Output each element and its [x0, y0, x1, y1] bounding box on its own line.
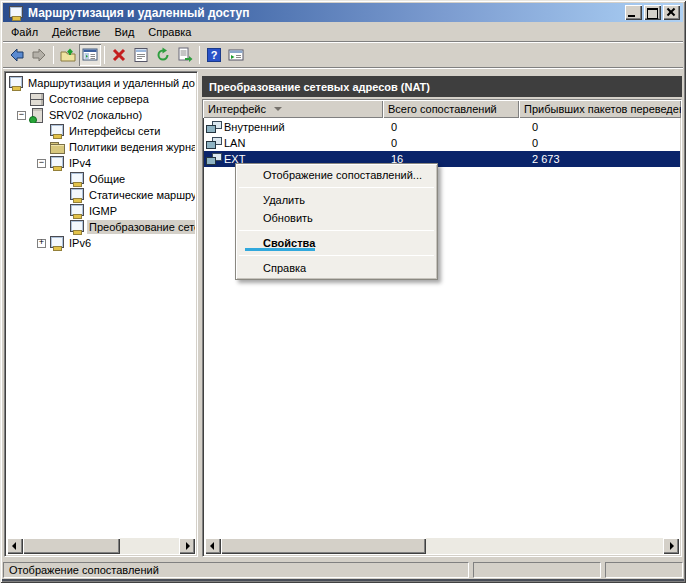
export-list-icon: [177, 47, 193, 63]
tree-item-general[interactable]: Общие: [7, 171, 195, 187]
status-cell-empty: [605, 562, 683, 578]
network-interface-icon: [206, 153, 221, 166]
tree-horizontal-scrollbar[interactable]: [7, 538, 195, 554]
tree-item-server-status[interactable]: Состояние сервера: [7, 91, 195, 107]
results-panel: Преобразование сетевых адресов (NAT) Инт…: [202, 71, 682, 557]
context-menu-item-show-mappings[interactable]: Отображение сопоставлений...: [237, 166, 436, 184]
toolbar: ?: [3, 43, 683, 68]
console-icon: [69, 188, 84, 202]
folder-icon: [49, 140, 64, 154]
titlebar: Маршрутизация и удаленный доступ: [3, 3, 683, 22]
scrollbar-track[interactable]: [221, 538, 663, 554]
console-icon: [69, 204, 84, 218]
list-item-lan[interactable]: LAN 0 0: [204, 135, 680, 151]
toolbar-delete-button[interactable]: [108, 44, 130, 66]
annotation-highlight: [245, 248, 315, 251]
scroll-left-button[interactable]: [7, 538, 23, 554]
tree-item-igmp[interactable]: IGMP: [7, 203, 195, 219]
menu-separator: [239, 230, 434, 231]
toolbar-export-list-button[interactable]: [174, 44, 196, 66]
toolbar-properties-button[interactable]: [130, 44, 152, 66]
scrollbar-track[interactable]: [23, 538, 179, 554]
tree-item-srv02[interactable]: − SRV02 (локально): [7, 107, 195, 123]
app-icon: [8, 6, 22, 19]
menubar: Файл Действие Вид Справка: [3, 22, 683, 42]
toolbar-back-button[interactable]: [6, 44, 28, 66]
server-icon: [29, 108, 44, 122]
toolbar-up-level-button[interactable]: [57, 44, 79, 66]
column-inbound-translated[interactable]: Прибывших пакетов переведено: [519, 100, 681, 118]
scroll-left-button[interactable]: [205, 538, 221, 554]
console-tree: Маршрутизация и удаленный доступ Состоян…: [7, 74, 195, 538]
right-arrow-icon: [186, 542, 190, 550]
console-icon: [49, 156, 64, 170]
console-window-icon: [228, 47, 244, 63]
toolbar-separator: [199, 46, 200, 64]
console-icon: [49, 236, 64, 250]
right-arrow-icon: [670, 542, 674, 550]
window-title: Маршрутизация и удаленный доступ: [28, 6, 623, 20]
toolbar-show-tree-button[interactable]: [79, 44, 101, 66]
menu-file[interactable]: Файл: [4, 23, 45, 41]
list-item-internal[interactable]: Внутренний 0 0: [204, 119, 680, 135]
menu-separator: [239, 255, 434, 256]
menu-view[interactable]: Вид: [107, 23, 141, 41]
tree-item-static-routes[interactable]: Статические маршруты: [7, 187, 195, 203]
app-window: Маршрутизация и удаленный доступ Файл Де…: [0, 0, 686, 583]
scroll-right-button[interactable]: [663, 538, 679, 554]
tree-item-logging-policies[interactable]: Политики ведения журнала: [7, 139, 195, 155]
column-header-row: Интерфейс Всего сопоставлений Прибывших …: [203, 100, 681, 118]
console-tree-icon: [82, 47, 98, 63]
collapse-toggle[interactable]: −: [17, 111, 26, 120]
results-header: Преобразование сетевых адресов (NAT): [202, 76, 682, 97]
tree-item-network-interfaces[interactable]: Интерфейсы сети: [7, 123, 195, 139]
status-cell-empty: [473, 562, 601, 578]
up-folder-icon: [60, 47, 76, 63]
svg-text:?: ?: [211, 49, 218, 61]
console-tree-panel: Маршрутизация и удаленный доступ Состоян…: [4, 71, 198, 557]
menu-action[interactable]: Действие: [45, 23, 107, 41]
collapse-toggle[interactable]: −: [37, 159, 46, 168]
statusbar: Отображение сопоставлений: [3, 560, 683, 578]
scrollbar-thumb[interactable]: [221, 538, 426, 554]
delete-x-icon: [111, 47, 127, 63]
tree-item-root[interactable]: Маршрутизация и удаленный доступ: [7, 75, 195, 91]
toolbar-refresh-button[interactable]: [152, 44, 174, 66]
expand-toggle[interactable]: +: [37, 239, 46, 248]
context-menu-item-properties[interactable]: Свойства: [237, 234, 436, 252]
toolbar-forward-button[interactable]: [28, 44, 50, 66]
main-area: Маршрутизация и удаленный доступ Состоян…: [3, 68, 683, 558]
tree-item-ipv6[interactable]: + IPv6: [7, 235, 195, 251]
server-stack-icon: [29, 92, 44, 106]
left-arrow-icon: [12, 542, 16, 550]
column-total-mappings[interactable]: Всего сопоставлений: [383, 100, 519, 118]
console-icon: [69, 172, 84, 186]
network-interface-icon: [206, 137, 221, 150]
column-interface[interactable]: Интерфейс: [203, 100, 383, 118]
scrollbar-thumb[interactable]: [23, 538, 120, 554]
scroll-right-button[interactable]: [179, 538, 195, 554]
console-icon: [49, 124, 64, 138]
tree-item-ipv4[interactable]: − IPv4: [7, 155, 195, 171]
context-menu-item-help[interactable]: Справка: [237, 259, 436, 277]
menu-help[interactable]: Справка: [141, 23, 198, 41]
console-icon: [69, 220, 84, 234]
context-menu: Отображение сопоставлений... Удалить Обн…: [235, 163, 438, 280]
toolbar-new-window-button[interactable]: [225, 44, 247, 66]
console-icon: [8, 76, 23, 90]
forward-arrow-icon: [31, 47, 47, 63]
help-icon: ?: [206, 47, 222, 63]
close-button[interactable]: [663, 5, 680, 20]
tree-item-nat[interactable]: Преобразование сетевых адресов: [7, 219, 195, 235]
context-menu-item-delete[interactable]: Удалить: [237, 191, 436, 209]
network-interface-icon: [206, 121, 221, 134]
maximize-button[interactable]: [644, 5, 661, 20]
context-menu-item-refresh[interactable]: Обновить: [237, 209, 436, 227]
toolbar-help-button[interactable]: ?: [203, 44, 225, 66]
menu-separator: [239, 187, 434, 188]
list-horizontal-scrollbar[interactable]: [205, 538, 679, 554]
minimize-button[interactable]: [625, 5, 642, 20]
left-arrow-icon: [210, 542, 214, 550]
refresh-icon: [155, 47, 171, 63]
sort-indicator-icon: [274, 107, 282, 111]
